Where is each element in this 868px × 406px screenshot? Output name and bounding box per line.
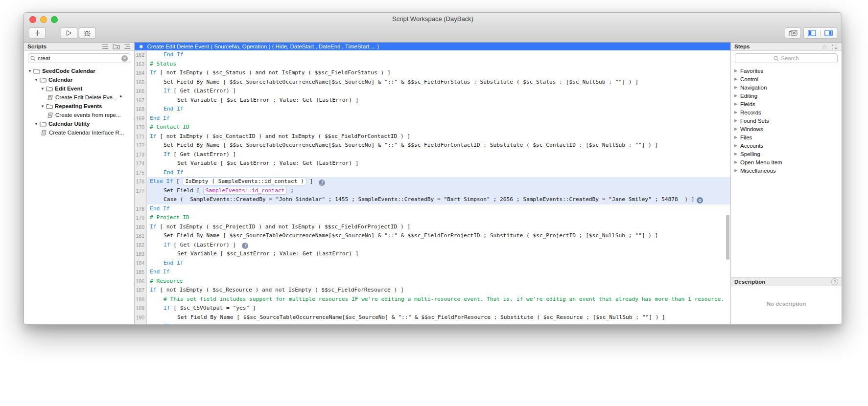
- steps-category-navigation[interactable]: ▶Navigation: [731, 83, 842, 91]
- code-line[interactable]: 163# Status: [135, 60, 730, 69]
- tree-folder-item[interactable]: ▼Calendar: [24, 75, 134, 84]
- collapse-all-icon[interactable]: [124, 44, 131, 49]
- disclosure-triangle-icon[interactable]: ▶: [734, 168, 740, 173]
- code-line[interactable]: 183Set Variable [ $sc_LastError ; Value:…: [135, 249, 730, 259]
- disclosure-triangle-icon[interactable]: ▶: [734, 127, 740, 131]
- code-line[interactable]: 190Set Field By Name [ $$sc_SourceTableO…: [135, 313, 730, 322]
- toggle-left-pane-button[interactable]: [804, 30, 820, 36]
- disclosure-triangle-icon[interactable]: ▶: [734, 152, 740, 156]
- scripts-search-input[interactable]: creat ✕: [28, 53, 130, 63]
- disclosure-triangle-icon[interactable]: ▶: [734, 135, 740, 139]
- code-line[interactable]: 164If [ not IsEmpty ( $sc_Status ) and n…: [135, 68, 730, 78]
- disclosure-triangle-icon[interactable]: ▼: [34, 122, 40, 126]
- disclosure-triangle-icon[interactable]: ▼: [41, 104, 46, 109]
- fx-calculation-icon[interactable]: ƒ: [319, 180, 325, 186]
- help-icon[interactable]: ?: [831, 278, 838, 285]
- code-line[interactable]: 184End If: [135, 259, 730, 268]
- sort-az-icon[interactable]: a z: [831, 44, 838, 50]
- code-line[interactable]: 185End If: [135, 268, 730, 277]
- disclosure-triangle-icon[interactable]: ▶: [734, 160, 740, 164]
- disclosure-triangle-icon[interactable]: ▶: [734, 77, 740, 81]
- list-view-icon[interactable]: [102, 44, 109, 49]
- code-line[interactable]: 178End If: [135, 204, 730, 214]
- code-line[interactable]: 174Set Variable [ $sc_LastError ; Value:…: [135, 159, 730, 168]
- steps-category-control[interactable]: ▶Control: [731, 75, 842, 83]
- tree-script-item[interactable]: Create Edit Delete Eve...*: [24, 93, 134, 102]
- disclosure-triangle-icon[interactable]: ▶: [734, 110, 740, 114]
- disclosure-triangle-icon[interactable]: ▼: [28, 69, 33, 73]
- minimize-button[interactable]: [40, 16, 47, 23]
- code-line[interactable]: 181Set Field By Name [ $$sc_SourceTableO…: [135, 231, 730, 241]
- code-line[interactable]: 162End If: [135, 50, 730, 60]
- code-line[interactable]: 180If [ not IsEmpty ( $sc_ProjectID ) an…: [135, 223, 730, 232]
- disclosure-triangle-icon[interactable]: ▶: [734, 85, 740, 90]
- code-line[interactable]: 172Set Field By Name [ $$sc_SourceTableO…: [135, 141, 730, 150]
- new-folder-icon[interactable]: [113, 44, 120, 49]
- run-script-button[interactable]: [61, 27, 77, 39]
- disclosure-triangle-icon[interactable]: ▶: [734, 118, 740, 123]
- code-line[interactable]: 186# Resource: [135, 277, 730, 286]
- disclosure-triangle-icon[interactable]: ▼: [34, 78, 40, 82]
- tree-script-item[interactable]: Create Calendar Interface R...: [24, 128, 134, 137]
- gear-options-icon[interactable]: ⚙: [697, 197, 703, 203]
- favorites-star-icon[interactable]: ☆: [821, 43, 827, 50]
- zoom-button[interactable]: [51, 16, 58, 23]
- tree-folder-item[interactable]: ▼Repeating Events: [24, 102, 134, 111]
- code-line[interactable]: 177Set Field [ SampleEvents::id_contact …: [135, 186, 730, 196]
- steps-category-files[interactable]: ▶Files: [731, 133, 842, 141]
- steps-category-label: Files: [740, 135, 752, 140]
- code-line[interactable]: 179# Project ID: [135, 213, 730, 223]
- disclosure-triangle-icon[interactable]: ▼: [41, 87, 46, 91]
- steps-search-input[interactable]: Search: [735, 53, 838, 63]
- disclosure-triangle-icon[interactable]: ▶: [734, 143, 740, 148]
- title-bar[interactable]: Script Workspace (DayBack): [24, 13, 842, 25]
- toggle-right-pane-button[interactable]: [820, 30, 837, 36]
- code-line[interactable]: 191Else: [135, 322, 730, 324]
- tree-folder-item[interactable]: ▼SeedCode Calendar: [24, 67, 134, 75]
- code-line[interactable]: 171If [ not IsEmpty ( $sc_ContactID ) an…: [135, 132, 730, 141]
- code-line[interactable]: 169End If: [135, 114, 730, 123]
- calculation-box[interactable]: IsEmpty ( SampleEvents::id_contact ): [183, 178, 305, 185]
- code-line[interactable]: 166If [ Get (LastError) ]: [135, 87, 730, 96]
- close-button[interactable]: [29, 16, 36, 23]
- code-line[interactable]: 176Else If [ IsEmpty ( SampleEvents::id_…: [135, 177, 730, 186]
- code-line[interactable]: 187If [ not IsEmpty ( $sc_Resource ) and…: [135, 286, 730, 295]
- disclosure-triangle-icon[interactable]: ▶: [734, 93, 740, 98]
- steps-category-miscellaneous[interactable]: ▶Miscellaneous: [731, 166, 842, 175]
- code-line[interactable]: 175End If: [135, 168, 730, 178]
- code-line[interactable]: 165Set Field By Name [ $$sc_SourceTableO…: [135, 78, 730, 87]
- steps-category-spelling[interactable]: ▶Spelling: [731, 150, 842, 158]
- play-icon: [66, 30, 72, 36]
- code-line[interactable]: 173If [ Get (LastError) ]: [135, 150, 730, 159]
- tree-folder-item[interactable]: ▼Edit Event: [24, 84, 134, 93]
- tree-script-item[interactable]: Create events from repe...: [24, 111, 134, 119]
- code-line[interactable]: 188# This set field includes support for…: [135, 295, 730, 304]
- code-line[interactable]: 189If [ $sc_CSVOutput = "yes" ]: [135, 304, 730, 313]
- manage-windows-button[interactable]: [785, 27, 801, 39]
- disclosure-triangle-icon[interactable]: ▶: [734, 68, 740, 73]
- code-line[interactable]: 168End If: [135, 105, 730, 114]
- disclosure-triangle-icon[interactable]: ▶: [734, 102, 740, 106]
- line-content: End If: [147, 268, 730, 277]
- tree-item-label: Create Edit Delete Eve...: [55, 94, 117, 100]
- steps-category-open-menu-item[interactable]: ▶Open Menu Item: [731, 158, 842, 166]
- steps-category-accounts[interactable]: ▶Accounts: [731, 141, 842, 150]
- debug-script-button[interactable]: [79, 27, 95, 39]
- code-line[interactable]: 167Set Variable [ $sc_LastError ; Value:…: [135, 96, 730, 105]
- steps-category-records[interactable]: ▶Records: [731, 108, 842, 116]
- new-script-button[interactable]: [29, 27, 46, 39]
- script-tab[interactable]: ✱ Create Edit Delete Event ( SourceNo, O…: [135, 43, 730, 50]
- fx-calculation-icon[interactable]: ƒ: [242, 243, 248, 249]
- field-reference-box[interactable]: SampleEvents::id_contact: [204, 187, 287, 194]
- tree-folder-item[interactable]: ▼Calendar Utility: [24, 119, 134, 128]
- steps-category-editing[interactable]: ▶Editing: [731, 91, 842, 100]
- editor-scrollbar-thumb[interactable]: [726, 215, 729, 260]
- steps-category-fields[interactable]: ▶Fields: [731, 100, 842, 108]
- steps-category-found-sets[interactable]: ▶Found Sets: [731, 116, 842, 125]
- code-line[interactable]: 182If [ Get (LastError) ] ƒ: [135, 241, 730, 250]
- code-line[interactable]: Case ( SampleEvents::CreatedBy = "John S…: [135, 195, 730, 204]
- steps-category-favorites[interactable]: ▶Favorites: [731, 67, 842, 75]
- steps-category-windows[interactable]: ▶Windows: [731, 125, 842, 133]
- code-line[interactable]: 170# Contact ID: [135, 123, 730, 132]
- clear-search-icon[interactable]: ✕: [121, 55, 128, 62]
